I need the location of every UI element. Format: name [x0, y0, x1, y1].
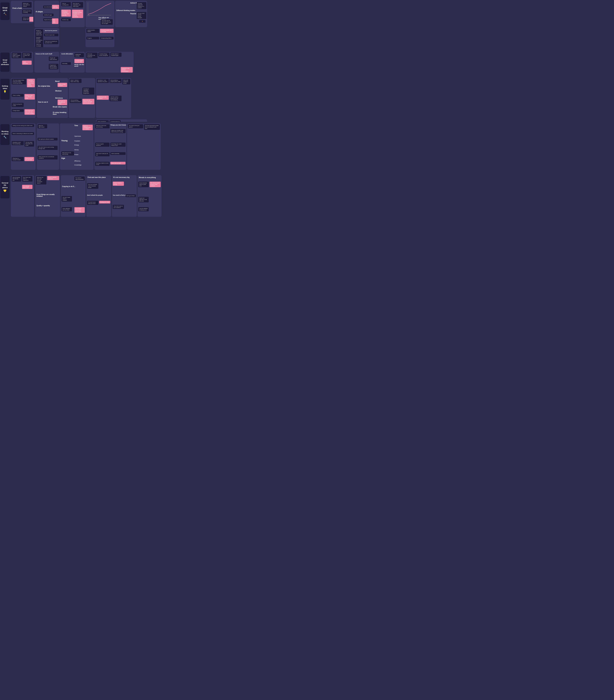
node-most-original: The most original ideas come from doing … [12, 79, 26, 84]
node-strictness-pink: Don't give the benefit of the doubt [58, 100, 67, 105]
panel-attr3: Avoid affectation Intellectual curiosity… [60, 52, 85, 73]
energy-label: Energy [74, 144, 79, 146]
getting-ideas-label: Getting ideas 💡 [0, 79, 10, 100]
panel-things-dont-know: What you mean and you're wrong Things yo… [94, 123, 126, 170]
node-dont-be-pioneer: Don't be the pioneer [44, 29, 58, 32]
node-electricity: Electricity was obvious once you learned… [82, 99, 94, 104]
node-at-heart: At the heart of breakthroughs [110, 53, 122, 57]
efficiency-label: Efficiency [74, 160, 81, 162]
how-to-see-label: How to see it [38, 101, 48, 103]
great-work-attr-label: Great work attributes [0, 53, 10, 72]
node-also-hard: Also hard work [52, 18, 58, 24]
panel-life6: Morals is everything Good character lead… [137, 175, 161, 217]
node-not-rely: Don't rely on inspiration, just keep try… [72, 2, 83, 8]
general-life-section: General life advice 💛 Any risk taking li… [0, 174, 164, 220]
node-induce-passivity: Induce passivity [110, 152, 125, 155]
svg-text:Time: Time [87, 15, 89, 16]
node-invest-pink: Invest in several directions [47, 176, 59, 180]
node-place-pink: Finding your niche [99, 201, 110, 203]
working-emoji: 🔧 [3, 136, 7, 139]
obvious-label: Obvious [55, 90, 62, 92]
great-work-section: Great work 🔨 Find a field Where you have… [0, 0, 164, 50]
panel-markets: High-risk → high reward We openly do eff… [37, 123, 59, 170]
node-are-things: Are things you could easily do you [110, 142, 125, 147]
working-on-ideas-section: Working on ideas 🔧 Writing out and soloi… [0, 122, 164, 173]
node-impl1: Implementation matters [86, 29, 99, 33]
node-find-something: Find something, overlook, be curious [70, 99, 82, 103]
node-from-you: From you will gain reach meaning people [87, 183, 98, 189]
node-the-tiny: The tiny steps that builds into a plan [24, 141, 34, 147]
node-bias2: This feels bad about people who are aski… [144, 124, 160, 130]
node-helps-you: Helps you consider new ideas and you're … [110, 129, 125, 133]
node-model-change: Model change required [58, 83, 67, 87]
panel-originality: The most original ideas come from doing … [11, 78, 36, 118]
node-novel-obvious: Novel + obvious ideas seem easy [70, 79, 82, 83]
working-on-ideas-label: Working on ideas 🔧 [0, 124, 10, 145]
original-idea-label: An original idea [38, 85, 50, 87]
node-your-inner: Your inner voice is your audience [113, 205, 124, 209]
node-openness-markets: We openly do efficient markets [38, 138, 58, 140]
node-you-don-know: You don't know what you know [87, 201, 98, 205]
node-questions-from: Questions come from answering [12, 141, 24, 145]
node-you-dont-copy: You don't make maker's mistakes [62, 196, 72, 202]
working-title: Working on ideas [1, 130, 9, 135]
node-life1-a: Any risk taking life will take you [12, 176, 21, 182]
panel-attr2: Focus on the work itself People will not… [34, 52, 59, 73]
young-label: Young [61, 139, 67, 142]
panel-life1: Any risk taking life will take you Don't… [11, 175, 34, 217]
node-more-done: The more you've done the more you can do… [101, 19, 113, 25]
node-travel: Travel or just go for a walk [12, 103, 24, 107]
node-identify-gap: Identify the gap [43, 14, 53, 16]
node-youre-on-own: You're on your own [44, 34, 58, 36]
novel-label: Novel [55, 80, 60, 82]
panel-attr1: Being the leader is easier than a boss W… [11, 52, 33, 73]
not-necessary-label: It's not necessary big [113, 176, 130, 178]
node-simplicity: Simplicity is the ultimate sophisticatio… [121, 67, 133, 73]
node-life1-pink: And actually take it them [22, 185, 33, 189]
quality-qty-label: Quality > quantity [36, 205, 50, 207]
node-informality: Informality [61, 62, 71, 65]
node-where-talent: Where you have talent or Interest [22, 2, 32, 8]
node-person-icon: 🧍 [139, 20, 146, 23]
node-where-caring: Where caring is easier than not [22, 53, 32, 58]
freedom-label: Freedom [74, 140, 80, 142]
power-label: Power [74, 154, 78, 155]
panel-novel-obvious: Novel + obvious ideas seem easy Find som… [69, 78, 95, 118]
node-people-will: People will notice fairness [49, 57, 58, 61]
find-field-label: Find a field [12, 7, 22, 9]
panel-bias: You need to find your passion This feels… [127, 123, 161, 170]
node-depth-first: Depth-first approach in life and work [138, 197, 149, 202]
age-label: Age [61, 157, 65, 159]
dont-afraid-label: Don't afraid the people [87, 195, 103, 196]
panel-effort: Your efforts are cumulative Time → The m… [86, 1, 114, 27]
node-pick-area: Pick an exciting area [61, 2, 71, 6]
general-life-label: General life advice 💛 [0, 176, 10, 198]
node-work-is: Work is interesting to efficient and sol… [12, 132, 34, 135]
node-there-are-no: There are no people you can learn from [44, 40, 58, 44]
getting-ideas-title: Getting ideas [1, 85, 9, 89]
node-orig-pink: Originality is a habit of doing many thi… [27, 79, 35, 87]
great-work-attr-section: Great work attributes Being the leader i… [0, 50, 164, 76]
node-progress: Progress [86, 37, 99, 39]
node-some-attitudes: Some attitudes are from them [62, 207, 72, 211]
panel-questions: Questions = new questions for peers Most… [96, 78, 131, 118]
node-text-notes3: There are no people you can learn from [35, 43, 43, 47]
node-high-risk: High-risk → high reward [38, 124, 47, 128]
things-dont-know-label: Things you don't know [110, 124, 126, 126]
panel-questions-ans: Writing out and soloing and solider work… [11, 123, 36, 170]
node-most-good: Most ambitious people prefer a field [110, 79, 122, 83]
node-planning: Planning is a function of itself [12, 157, 24, 161]
break-rules-label: Break rules (span) [53, 106, 67, 108]
node-where-exciting: Where you find it exciting [22, 10, 32, 14]
node-other-promise: Other promise the conventional excellenc… [38, 155, 58, 160]
node-passive-desc: Let your mind wander, shower thoughts [137, 12, 146, 19]
panel-thinking: Active thinking Passive thinking Differe… [115, 1, 147, 27]
node-and-the: And the curious people who are very sati… [110, 96, 122, 101]
node-focus-on: Focus on great questions [95, 142, 110, 147]
node-copy-pink: Good artists copy, great artists steal [74, 207, 85, 213]
node-requires-hard: Requires hard work [52, 5, 59, 9]
panel-implementation: Implementation matters Consistent great … [86, 28, 114, 47]
panel-working-middle: Pick an exciting area Don't rely on insp… [60, 1, 85, 27]
node-dont-go: Don't go to them [125, 195, 136, 197]
node-writing-pink: Writing is how you develop ideas [24, 94, 35, 100]
